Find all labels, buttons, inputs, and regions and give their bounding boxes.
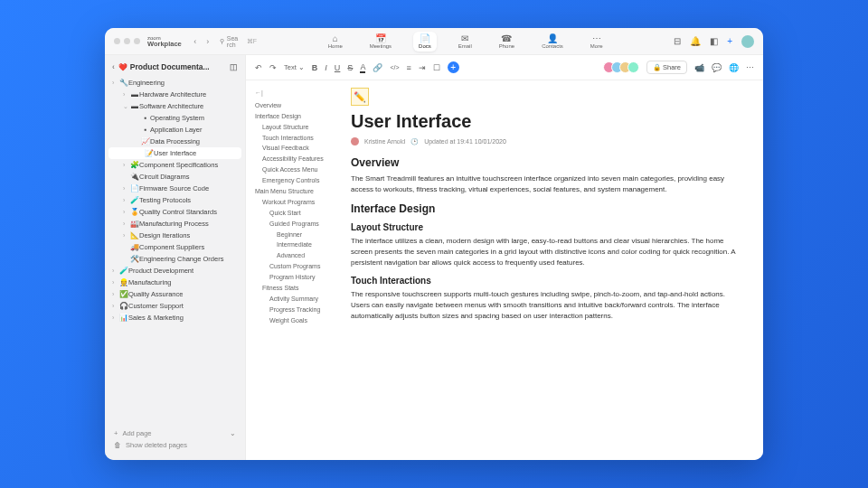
outline-item[interactable]: Custom Programs xyxy=(255,261,340,272)
paragraph[interactable]: The responsive touchscreen supports mult… xyxy=(351,289,740,322)
tree-item[interactable]: ⌄▬Software Architecture xyxy=(105,100,245,112)
outline-item[interactable]: Activity Summary xyxy=(255,294,340,305)
tab-more[interactable]: ⋯More xyxy=(585,32,609,52)
tree-item[interactable]: 📝User Interface xyxy=(108,147,241,159)
page-emoji-icon[interactable]: ✏️ xyxy=(351,88,369,106)
tab-email[interactable]: ✉Email xyxy=(453,32,477,52)
tree-item[interactable]: 🚚Component Suppliers xyxy=(105,241,245,253)
heading-overview[interactable]: Overview xyxy=(351,156,740,169)
outline-item[interactable]: Workout Programs xyxy=(255,197,340,208)
link-button[interactable]: 🔗 xyxy=(373,63,382,72)
outline-item[interactable]: Quick Access Menu xyxy=(255,164,340,175)
outline-item[interactable]: Intermediate xyxy=(255,239,340,250)
outline-item[interactable]: Overview xyxy=(255,100,340,111)
tree-item[interactable]: ›📊Sales & Marketing xyxy=(105,312,245,324)
indent-button[interactable]: ⇥ xyxy=(419,63,426,72)
tree-item[interactable]: 🔌Circuit Diagrams xyxy=(105,171,245,183)
tree-item[interactable]: ›🧩Component Specifications xyxy=(105,159,245,171)
heading-touch-interactions[interactable]: Touch Interactions xyxy=(351,276,740,286)
page-title[interactable]: User Interface xyxy=(351,111,740,132)
search-placeholder: Search xyxy=(227,35,240,48)
paragraph[interactable]: The interface utilizes a clean, modern d… xyxy=(351,236,740,268)
strike-button[interactable]: S xyxy=(347,63,353,72)
outline-item[interactable]: Advanced xyxy=(255,250,340,261)
tree-label: Design Iterations xyxy=(139,231,190,239)
code-button[interactable]: </> xyxy=(390,64,399,70)
underline-button[interactable]: U xyxy=(335,63,341,72)
globe-button[interactable]: 🌐 xyxy=(729,63,739,72)
tree-item[interactable]: ›👷Manufacturing xyxy=(105,277,245,288)
tab-phone[interactable]: ☎Phone xyxy=(494,32,520,52)
search-input[interactable]: ⚲ Search ⌘F xyxy=(220,35,257,48)
outline-item[interactable]: Main Menu Structure xyxy=(255,186,340,197)
outline-item[interactable]: Emergency Controls xyxy=(255,175,340,186)
tree-item[interactable]: ▪Operating System xyxy=(105,112,245,124)
outline-collapse-button[interactable]: ←| xyxy=(255,88,340,99)
share-button[interactable]: 🔒 Share xyxy=(646,61,687,74)
titlebar-icon-3[interactable]: + xyxy=(727,36,732,46)
tree-item[interactable]: ›📐Design Iterations xyxy=(105,230,245,241)
textcolor-button[interactable]: A xyxy=(360,62,365,73)
tree-item[interactable]: ›▬Hardware Architecture xyxy=(105,89,245,100)
collaborator-avatars[interactable] xyxy=(607,61,639,73)
tree-item[interactable]: 🛠️Engineering Change Orders xyxy=(105,253,245,265)
heading-interface-design[interactable]: Interface Design xyxy=(351,202,740,215)
close-dot[interactable] xyxy=(114,38,120,44)
outline-item[interactable]: Layout Structure xyxy=(255,122,340,133)
tree-item[interactable]: ›🧪Testing Protocols xyxy=(105,194,245,206)
outline-item[interactable]: Guided Programs xyxy=(255,219,340,230)
outline-item[interactable]: Weight Goals xyxy=(255,315,340,326)
tree-item[interactable]: ›🏭Manufacturing Process xyxy=(105,218,245,230)
align-button[interactable]: ≡ xyxy=(407,63,411,72)
more-button[interactable]: ⋯ xyxy=(746,63,754,72)
tab-docs[interactable]: 📄Docs xyxy=(413,32,437,52)
avatar[interactable] xyxy=(627,61,639,73)
chat-button[interactable]: 💬 xyxy=(712,63,722,72)
outline-item[interactable]: Interface Design xyxy=(255,111,340,122)
checkbox-button[interactable]: ☐ xyxy=(433,63,440,72)
outline-item[interactable]: Progress Tracking xyxy=(255,305,340,315)
italic-button[interactable]: I xyxy=(325,63,327,72)
tab-home[interactable]: ⌂Home xyxy=(323,32,348,52)
titlebar-icon-2[interactable]: ◧ xyxy=(710,36,718,46)
tab-contacts[interactable]: 👤Contacts xyxy=(536,32,569,52)
nav-forward-button[interactable]: › xyxy=(202,37,214,46)
outline-item[interactable]: Touch Interactions xyxy=(255,133,340,144)
tab-meetings[interactable]: 📅Meetings xyxy=(364,32,397,52)
redo-button[interactable]: ↷ xyxy=(269,63,277,72)
bold-button[interactable]: B xyxy=(312,63,318,72)
insert-button[interactable]: + xyxy=(448,61,459,73)
heading-layout-structure[interactable]: Layout Structure xyxy=(351,222,740,232)
titlebar-icon-1[interactable]: 🔔 xyxy=(690,36,701,46)
sidebar-layout-icon[interactable]: ◫ xyxy=(230,62,238,71)
document[interactable]: ✏️ User Interface Kristine Arnold 🕒 Upda… xyxy=(344,80,763,460)
min-dot[interactable] xyxy=(124,38,130,44)
tree-item[interactable]: ›🔧Engineering xyxy=(105,77,245,89)
tree-item[interactable]: ›🏅Quality Control Standards xyxy=(105,206,245,218)
video-button[interactable]: 📹 xyxy=(694,63,704,72)
show-deleted-button[interactable]: 🗑 Show deleted pages xyxy=(114,439,236,451)
tree-item[interactable]: 📈Data Processing xyxy=(105,136,245,147)
tree-label: User Interface xyxy=(154,149,196,157)
outline-item[interactable]: Fitness Stats xyxy=(255,283,340,294)
outline-item[interactable]: Quick Start xyxy=(255,208,340,219)
sidebar-header[interactable]: ‹ ❤️ Product Documenta... ◫ xyxy=(105,61,245,77)
undo-button[interactable]: ↶ xyxy=(255,63,262,72)
nav-back-button[interactable]: ‹ xyxy=(189,37,202,46)
max-dot[interactable] xyxy=(134,38,140,44)
outline-item[interactable]: Beginner xyxy=(255,230,340,240)
outline-item[interactable]: Accessibility Features xyxy=(255,154,340,164)
tree-item[interactable]: ›🧪Product Development xyxy=(105,265,245,277)
titlebar-icon-4[interactable] xyxy=(741,35,754,48)
tree-item[interactable]: ›🎧Customer Support xyxy=(105,300,245,312)
outline-item[interactable]: Program History xyxy=(255,272,340,283)
add-page-button[interactable]: + Add page ⌄ xyxy=(114,427,236,439)
paragraph[interactable]: The Smart Treadmill features an intuitiv… xyxy=(351,174,740,195)
titlebar-icon-0[interactable]: ⊟ xyxy=(674,36,681,46)
tree-item[interactable]: ›✅Quality Assurance xyxy=(105,288,245,300)
outline-item[interactable]: Visual Feedback xyxy=(255,143,340,154)
tree-item[interactable]: ›📄Firmware Source Code xyxy=(105,183,245,194)
text-style-dropdown[interactable]: Text ⌄ xyxy=(284,63,305,71)
traffic-lights[interactable] xyxy=(114,38,140,44)
tree-item[interactable]: ▪Application Layer xyxy=(105,124,245,136)
